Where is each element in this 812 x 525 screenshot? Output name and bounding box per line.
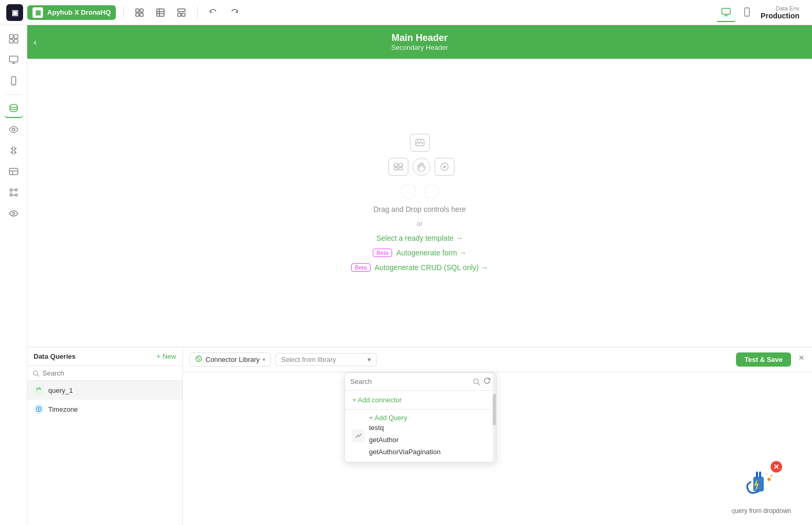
canvas-header: ‹ Main Header Secondary Header (27, 25, 812, 59)
env-value: Production (761, 12, 799, 20)
mobile-device-button[interactable] (738, 3, 756, 22)
svg-point-15 (746, 14, 748, 15)
search-input[interactable] (42, 369, 177, 377)
env-label: Data Env (776, 5, 799, 12)
undo-button[interactable] (205, 4, 222, 21)
query-list: query_1 Timezone (27, 381, 182, 419)
svg-point-26 (12, 128, 15, 131)
desktop-device-button[interactable] (717, 3, 735, 22)
search-icon (33, 370, 39, 377)
svg-rect-56 (759, 472, 761, 478)
redo-button[interactable] (226, 4, 243, 21)
add-query-item[interactable]: + Add Query (369, 414, 489, 422)
query-option-getauthorviapagination[interactable]: getAuthorViaPagination (369, 446, 489, 458)
svg-rect-41 (394, 167, 398, 170)
svg-line-47 (37, 374, 39, 376)
sidebar-item-screen[interactable] (4, 50, 23, 69)
brand-icon: ▦ (33, 7, 43, 18)
close-button[interactable]: ✕ (795, 351, 808, 364)
svg-line-52 (478, 383, 480, 385)
svg-rect-2 (136, 13, 139, 16)
sidebar-item-eye[interactable] (4, 120, 23, 139)
svg-point-25 (10, 104, 17, 108)
autogenerate-form-row: Beta Autogenerate form → (373, 249, 467, 257)
drop-dot-2 (424, 184, 439, 199)
bottom-panel: Data Queries + New query_1 (27, 347, 812, 525)
query-option-testq[interactable]: testq (369, 422, 489, 434)
canvas-main-title: Main Header (392, 33, 448, 44)
autogenerate-crud-link[interactable]: Autogenerate CRUD (SQL only) → (375, 263, 489, 272)
svg-rect-16 (9, 35, 13, 38)
svg-rect-19 (14, 39, 18, 43)
svg-rect-3 (140, 13, 143, 16)
dropdown-connector-item[interactable]: + Add Query testq getAuthor getAuthorVia… (345, 410, 496, 462)
connector-header: Connector Library ▾ Select from library … (183, 347, 812, 372)
svg-point-37 (13, 212, 15, 215)
library-dropdown-popup: + Add connector + Add Query testq getAu (344, 372, 496, 463)
canvas-area: ‹ Main Header Secondary Header (27, 25, 812, 525)
query-icon-green (34, 385, 44, 395)
query-option-getauthor[interactable]: getAuthor (369, 434, 489, 446)
library-select-label: Select from library (281, 356, 336, 363)
svg-rect-0 (136, 9, 139, 12)
popup-close-button[interactable]: ✕ (771, 461, 782, 473)
svg-rect-1 (140, 9, 143, 12)
panel-title: Data Queries (34, 352, 75, 360)
autogenerate-form-link[interactable]: Autogenerate form → (396, 249, 467, 257)
layout-view-button[interactable] (173, 4, 190, 21)
data-queries-header: Data Queries + New (27, 347, 182, 366)
back-button[interactable]: ‹ (34, 37, 37, 48)
dnd-or: or (417, 220, 423, 228)
dropdown-search-input[interactable] (350, 378, 470, 385)
sidebar-divider-1 (5, 94, 22, 95)
sidebar-item-home[interactable] (4, 29, 23, 48)
sidebar-item-plugin[interactable] (4, 141, 23, 160)
query-search-box (27, 366, 182, 381)
brand-name: Apyhub X DronaHQ (47, 8, 111, 16)
svg-rect-10 (182, 13, 185, 16)
new-query-button[interactable]: + New (157, 352, 176, 360)
drop-icon-image (410, 134, 430, 152)
dnd-text: Drag and Drop controls here (373, 205, 466, 213)
brand-tag[interactable]: ▦ Apyhub X DronaHQ (27, 5, 116, 20)
svg-point-31 (15, 189, 17, 191)
sidebar-item-database[interactable] (4, 99, 23, 118)
popup-hint-text: query from dropdown (732, 507, 791, 515)
dropdown-scrollbar[interactable] (493, 373, 496, 462)
svg-rect-8 (178, 9, 185, 12)
canvas-body[interactable]: Drag and Drop controls here or Select a … (27, 59, 812, 347)
svg-point-53 (360, 434, 362, 435)
add-connector-item[interactable]: + Add connector (345, 391, 496, 410)
divider-2 (197, 6, 198, 19)
drop-dot-1 (401, 184, 416, 199)
grid-view-button[interactable] (131, 4, 148, 21)
sidebar-item-table[interactable] (4, 162, 23, 181)
query-item-timezone[interactable]: Timezone (27, 400, 182, 419)
connector-library-label: Connector Library (205, 356, 259, 363)
table-view-button[interactable] (152, 4, 169, 21)
connector-library-dropdown[interactable]: Connector Library ▾ (189, 352, 271, 367)
query-icon-blue (34, 404, 44, 414)
test-save-button[interactable]: Test & Save (736, 352, 791, 367)
add-connector-label: + Add connector (352, 396, 402, 404)
close-icon: ✕ (773, 463, 779, 471)
library-dropdown-chevron: ▾ (367, 356, 371, 363)
library-select-dropdown[interactable]: Select from library ▾ (275, 353, 377, 366)
svg-rect-9 (178, 13, 181, 16)
dropdown-refresh-button[interactable] (483, 377, 491, 386)
svg-rect-40 (394, 164, 398, 166)
popup-hint-image: ✕ (740, 461, 782, 503)
svg-point-58 (771, 475, 773, 477)
template-link[interactable]: Select a ready template → (376, 234, 463, 242)
popup-hint: ✕ query from dropdown (732, 461, 791, 515)
dropdown-scrollbar-thumb (493, 394, 496, 425)
sidebar-item-nodes[interactable] (4, 183, 23, 202)
query-item-query1[interactable]: query_1 (27, 381, 182, 400)
svg-point-39 (417, 141, 418, 142)
beta-badge-crud: Beta (351, 263, 371, 272)
sidebar-item-preview[interactable] (4, 204, 23, 223)
drop-icon-grid (388, 158, 408, 176)
drop-icon-hand (413, 158, 430, 176)
sidebar-item-mobile[interactable] (4, 71, 23, 90)
svg-marker-45 (443, 165, 447, 168)
